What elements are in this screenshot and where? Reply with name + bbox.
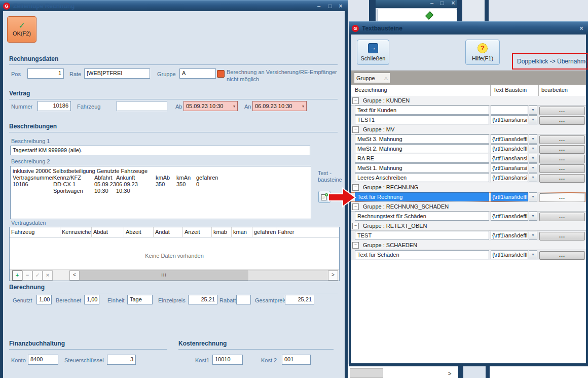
close-button[interactable]: × <box>336 2 345 10</box>
baustein-cell[interactable]: ▾ <box>491 106 537 115</box>
group-row[interactable]: − Gruppe : RECHNUNG_SCHADEN <box>351 202 586 212</box>
list-header[interactable]: Bezeichnung Text Baustein bearbeiten <box>351 85 586 96</box>
bezeichnung-cell[interactable]: TEST1 <box>355 115 489 124</box>
gruppe-input[interactable]: A <box>179 68 216 79</box>
kost2-input[interactable]: 001 <box>282 355 311 365</box>
titlebar[interactable]: G Textbausteine × <box>349 21 588 35</box>
table-row[interactable]: MwSt 1. Mahnung {\rtf1\ansi\ansi ▾ ... <box>351 163 586 173</box>
dropdown-arrow-icon[interactable]: ▾ <box>529 134 537 144</box>
bezeichnung-cell[interactable]: TEST <box>355 231 489 240</box>
collapse-icon[interactable]: − <box>352 242 359 249</box>
dropdown-arrow-icon[interactable]: ▾ <box>529 212 537 221</box>
collapse-icon[interactable]: − <box>352 126 359 133</box>
table-row[interactable]: MwSt 3. Mahnung {\rtf1\ansi\deffl ▾ ... <box>351 134 586 144</box>
hilfe-button[interactable]: ? Hilfe(F1) <box>465 40 500 65</box>
pos-input[interactable]: 1 <box>27 68 64 79</box>
edit-button[interactable]: ... <box>539 145 585 154</box>
group-row[interactable]: − Gruppe : MV <box>351 125 586 134</box>
vertragsdaten-grid[interactable]: Fahrzeug Kennzeichen Abdat Abzeit Andat … <box>9 227 340 281</box>
baustein-cell[interactable]: {\rtf1\ansi\deffl ▾ <box>491 212 537 221</box>
minimize-button[interactable]: – <box>314 2 323 10</box>
baustein-cell[interactable]: {\rtf1\ansi\deffl ▾ <box>491 192 537 201</box>
table-row[interactable]: TEST1 {\rtf1\ansi\ansi ▾ ... <box>351 115 586 125</box>
group-by-chip[interactable]: Gruppe △ <box>354 73 390 83</box>
bezeichnung-cell[interactable]: MwSt 2. Mahnung <box>355 144 489 153</box>
kost1-input[interactable]: 10010 <box>212 355 243 365</box>
beschreibung2-textarea[interactable]: inklusive 2000€ Selbstbeteiligung Genutz… <box>10 166 311 219</box>
edit-button[interactable]: ... <box>539 232 585 240</box>
edit-button[interactable]: ... <box>539 164 585 173</box>
dropdown-arrow-icon[interactable]: ▾ <box>529 192 537 201</box>
dropdown-arrow-icon[interactable]: ▾ <box>529 115 537 124</box>
table-row-selected[interactable]: Text für Rechnung {\rtf1\ansi\deffl ▾ ..… <box>351 192 586 202</box>
baustein-cell[interactable]: {\rtf1\ansi\ansi ▾ <box>491 115 537 124</box>
table-row[interactable]: TEST {\rtf1\ansi\deffl ▾ ... <box>351 231 586 240</box>
dropdown-arrow-icon[interactable]: ▾ <box>529 173 537 182</box>
bezeichnung-cell[interactable]: Leeres Anschreiben <box>355 173 489 182</box>
cancel-row-button[interactable]: × <box>43 270 53 281</box>
nummer-input[interactable]: 10186 <box>38 101 71 111</box>
baustein-cell[interactable]: {\rtf1\ansi\deffl ▾ <box>491 231 537 240</box>
table-row[interactable]: MwSt 2. Mahnung {\rtf1\ansi\deffl ▾ ... <box>351 144 586 154</box>
bezeichnung-cell[interactable]: Text für Schäden <box>355 250 489 259</box>
baustein-cell[interactable]: {\rtf1\ansi\ansi ▾ <box>491 163 537 173</box>
baustein-cell[interactable]: {\rtf1\ansi\deffl ▾ <box>491 144 537 153</box>
rate-input[interactable]: [WEB]PTFREI <box>84 68 150 79</box>
dropdown-arrow-icon[interactable]: ▾ <box>233 104 237 109</box>
fahrzeug-input[interactable] <box>117 101 167 111</box>
bezeichnung-cell[interactable]: Rechnungstext für Schäden <box>355 212 489 221</box>
edit-button[interactable]: ... <box>539 116 585 125</box>
collapse-icon[interactable]: − <box>352 223 359 229</box>
scroll-left-button[interactable]: < <box>69 270 80 281</box>
delete-row-button[interactable]: − <box>22 270 32 281</box>
close-button[interactable]: × <box>577 24 586 32</box>
edit-button[interactable]: ... <box>539 135 585 144</box>
bezeichnung-cell[interactable]: MwSt 3. Mahnung <box>355 134 489 144</box>
scroll-right-button[interactable]: > <box>328 270 338 281</box>
beschreibung1-input[interactable]: Tagestarif KM 999999 (alle). <box>10 146 310 155</box>
einzelpreis-input[interactable]: 25,21 <box>188 295 217 304</box>
edit-button[interactable]: ... <box>539 155 585 163</box>
an-date-combobox[interactable]: 06.09.23 10:30 ▾ <box>252 101 307 111</box>
ab-date-combobox[interactable]: 05.09.23 10:30 ▾ <box>183 101 238 111</box>
gesamtpreis-input[interactable]: 25,21 <box>285 295 314 304</box>
dropdown-arrow-icon[interactable]: ▾ <box>529 106 537 115</box>
edit-button[interactable]: ... <box>539 251 585 260</box>
table-row[interactable]: RA RE {\rtf1\ansi\ansi ▾ ... <box>351 154 586 163</box>
edit-button[interactable]: ... <box>539 193 585 202</box>
edit-button[interactable]: ... <box>539 174 585 183</box>
versicherung-checkbox[interactable] <box>217 70 225 78</box>
grid-header[interactable]: Fahrzeug Kennzeichen Abdat Abzeit Andat … <box>10 227 339 237</box>
dropdown-arrow-icon[interactable]: ▾ <box>302 104 306 109</box>
steuerschluessel-input[interactable]: 3 <box>107 355 136 365</box>
group-row[interactable]: − Gruppe : RECHNUNG <box>351 183 586 192</box>
bezeichnung-cell[interactable]: Text für Kunden <box>355 106 489 115</box>
dropdown-arrow-icon[interactable]: ▾ <box>529 231 537 240</box>
dropdown-arrow-icon[interactable]: ▾ <box>529 154 537 163</box>
baustein-cell[interactable]: {\rtf1\ansi\deffl ▾ <box>491 250 537 259</box>
bezeichnung-cell[interactable]: MwSt 1. Mahnung <box>355 163 489 173</box>
baustein-cell[interactable]: {\rtf1\ansi\ansi ▾ <box>491 173 537 182</box>
post-row-button[interactable]: ✓ <box>32 270 43 281</box>
berechnet-input[interactable]: 1,00 <box>84 295 99 304</box>
baustein-cell[interactable]: {\rtf1\ansi\deffl ▾ <box>491 134 537 144</box>
dropdown-arrow-icon[interactable]: ▾ <box>529 163 537 173</box>
ok-button[interactable]: ✓ OK(F2) <box>7 16 36 43</box>
dropdown-arrow-icon[interactable]: ▾ <box>529 250 537 259</box>
group-row[interactable]: − Gruppe : KUNDEN <box>351 96 586 106</box>
einheit-input[interactable]: Tage <box>127 295 153 304</box>
group-row[interactable]: − Gruppe : SCHAEDEN <box>351 240 586 250</box>
edit-button[interactable]: ... <box>539 213 585 221</box>
baustein-cell[interactable]: {\rtf1\ansi\ansi ▾ <box>491 154 537 163</box>
rabatt-input[interactable] <box>236 295 251 304</box>
bezeichnung-cell[interactable]: RA RE <box>355 154 489 163</box>
add-row-button[interactable]: + <box>12 270 22 281</box>
bezeichnung-cell[interactable]: Text für Rechnung <box>355 192 489 201</box>
dropdown-arrow-icon[interactable]: ▾ <box>529 144 537 153</box>
group-row[interactable]: − Gruppe : RETEXT_OBEN <box>351 221 586 231</box>
titlebar[interactable]: G Zeilenlupe Rechnung – □ × <box>0 0 348 12</box>
table-row[interactable]: Text für Schäden {\rtf1\ansi\deffl ▾ ... <box>351 250 586 260</box>
edit-button[interactable]: ... <box>539 107 585 115</box>
collapse-icon[interactable]: − <box>352 97 359 104</box>
maximize-button[interactable]: □ <box>325 2 335 10</box>
